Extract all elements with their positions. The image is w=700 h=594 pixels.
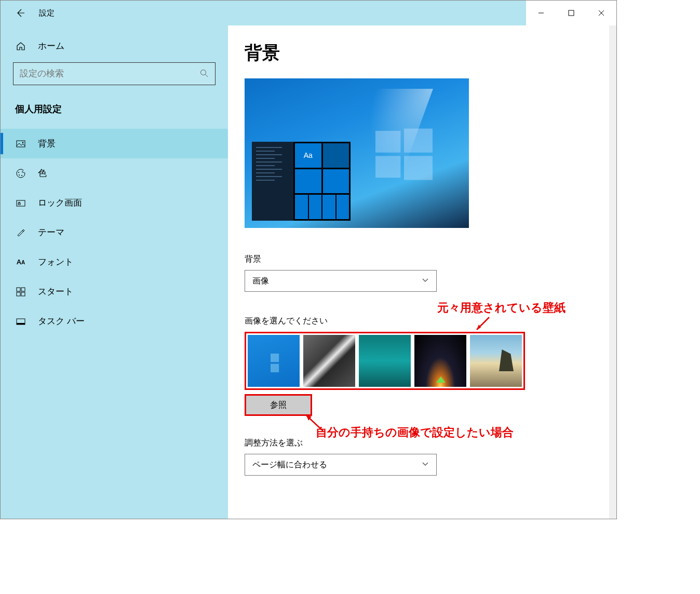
sidebar-item-label: テーマ xyxy=(38,226,64,238)
page-title: 背景 xyxy=(245,41,600,65)
sidebar-item-label: スタート xyxy=(38,286,73,298)
search-box[interactable] xyxy=(13,62,216,85)
search-input[interactable] xyxy=(20,69,199,79)
svg-point-7 xyxy=(22,142,24,143)
sidebar-item-label: タスク バー xyxy=(38,315,85,327)
theme-icon xyxy=(15,227,26,238)
settings-window: 設定 ホーム 個人用設定 xyxy=(0,0,617,519)
svg-point-10 xyxy=(21,175,22,176)
sidebar-item-colors[interactable]: 色 xyxy=(1,158,228,188)
svg-rect-12 xyxy=(18,203,20,205)
svg-rect-1 xyxy=(569,10,574,16)
choose-image-label: 画像を選んでください xyxy=(245,316,600,327)
desktop-preview: Aa xyxy=(245,78,469,228)
svg-rect-19 xyxy=(375,131,400,153)
minimize-button[interactable] xyxy=(526,1,556,25)
scrollbar[interactable] xyxy=(609,25,616,519)
wallpaper-thumb[interactable] xyxy=(359,335,411,387)
start-icon xyxy=(15,286,26,298)
svg-rect-18 xyxy=(17,323,25,325)
browse-button[interactable]: 参照 xyxy=(245,394,312,416)
font-icon: AA xyxy=(15,256,26,268)
wallpaper-thumb[interactable] xyxy=(414,335,466,387)
wallpaper-thumb[interactable] xyxy=(248,335,300,387)
home-icon xyxy=(15,40,26,52)
wallpaper-thumb[interactable] xyxy=(470,335,522,387)
fit-dropdown[interactable]: ページ幅に合わせる xyxy=(245,454,437,476)
browse-button-label: 参照 xyxy=(270,400,287,411)
sidebar-item-label: フォント xyxy=(38,256,73,268)
svg-rect-6 xyxy=(17,141,25,147)
maximize-button[interactable] xyxy=(556,1,586,25)
sidebar-item-taskbar[interactable]: タスク バー xyxy=(1,306,228,336)
svg-rect-14 xyxy=(21,288,25,291)
svg-point-8 xyxy=(18,172,19,173)
svg-rect-11 xyxy=(17,200,25,206)
taskbar-icon xyxy=(15,316,26,327)
sidebar-nav: 背景 色 ロック画面 テーマ AA フォント xyxy=(1,129,228,336)
background-dropdown-label: 背景 xyxy=(245,254,600,265)
back-button[interactable] xyxy=(14,7,26,19)
close-button[interactable] xyxy=(586,1,616,25)
wallpaper-thumbnails xyxy=(245,332,525,390)
sidebar-item-label: 色 xyxy=(38,167,47,179)
titlebar: 設定 xyxy=(1,1,616,25)
palette-icon xyxy=(15,168,26,179)
svg-rect-13 xyxy=(17,288,20,291)
home-label: ホーム xyxy=(38,40,64,52)
svg-point-9 xyxy=(19,174,20,176)
sidebar-item-label: ロック画面 xyxy=(38,197,82,209)
sidebar-item-start[interactable]: スタート xyxy=(1,277,228,306)
svg-line-5 xyxy=(206,74,208,77)
svg-rect-22 xyxy=(404,156,433,180)
preview-sample-text: Aa xyxy=(295,143,321,168)
lock-screen-icon xyxy=(15,197,26,209)
background-dropdown-value: 画像 xyxy=(252,276,269,287)
svg-point-4 xyxy=(201,70,206,75)
search-icon xyxy=(199,69,209,79)
content-area: 背景 Aa 背景 画 xyxy=(228,25,616,519)
svg-rect-20 xyxy=(404,129,433,153)
chevron-down-icon xyxy=(422,276,429,286)
svg-rect-15 xyxy=(17,292,20,296)
window-controls xyxy=(526,1,616,25)
sidebar-item-themes[interactable]: テーマ xyxy=(1,218,228,247)
fit-dropdown-label: 調整方法を選ぶ xyxy=(245,438,600,449)
chevron-down-icon xyxy=(422,460,429,469)
fit-dropdown-value: ページ幅に合わせる xyxy=(252,460,327,470)
svg-rect-21 xyxy=(375,156,400,178)
sidebar: ホーム 個人用設定 背景 色 ロッ xyxy=(1,25,228,519)
sidebar-item-fonts[interactable]: AA フォント xyxy=(1,247,228,277)
svg-rect-16 xyxy=(21,292,25,296)
background-dropdown[interactable]: 画像 xyxy=(245,270,437,292)
sidebar-item-background[interactable]: 背景 xyxy=(1,129,228,158)
sidebar-item-lockscreen[interactable]: ロック画面 xyxy=(1,188,228,218)
wallpaper-thumb[interactable] xyxy=(303,335,355,387)
window-title: 設定 xyxy=(39,8,55,18)
image-icon xyxy=(15,138,26,150)
home-link[interactable]: ホーム xyxy=(13,35,216,62)
sidebar-item-label: 背景 xyxy=(38,138,56,150)
sidebar-section-header: 個人用設定 xyxy=(15,103,213,115)
